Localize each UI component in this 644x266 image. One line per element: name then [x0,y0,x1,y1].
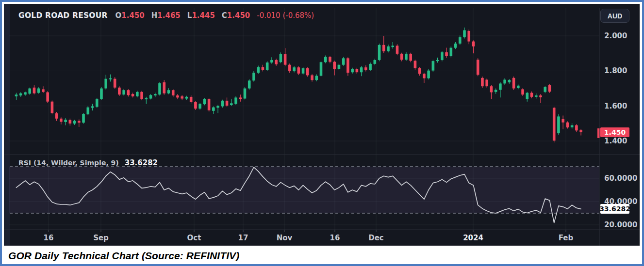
candle-down [172,90,175,95]
candle-down [575,125,578,130]
candle-down [306,68,309,75]
candle-up [360,67,363,72]
candle-down [400,54,403,60]
candle-up [535,95,538,97]
screenshot-frame: GOLD ROAD RESOUR O1.450 H1.465 L1.445 C1… [0,0,644,266]
candle-down [127,90,130,95]
candle-up [248,80,251,88]
candle-up [463,30,466,37]
candle-up [234,97,237,104]
candle-down [288,65,291,71]
rsi-indicator-value: 33.6282 [125,158,158,167]
candle-down [46,92,49,101]
caption-bar: GOR Daily Technical Chart (Source: REFIN… [4,246,644,266]
candle-up [351,69,354,72]
candle-up [212,108,215,111]
candle-up [495,90,497,92]
price-tick-label: 1.400 [604,137,627,145]
candle-up [324,57,327,62]
candle-up [499,83,502,90]
candle-down [78,121,81,123]
quote-header: GOLD ROAD RESOUR O1.450 H1.465 L1.445 C1… [18,10,321,21]
candle-down [163,82,165,94]
candle-up [252,73,255,80]
candle-up [37,89,40,93]
candle-down [364,67,367,70]
open-value: 1.450 [121,11,144,20]
candle-up [198,104,201,109]
candle-down [467,31,470,42]
candle-up [96,99,99,107]
candle-up [86,108,89,114]
last-price-badge: 1.450 [600,127,629,137]
high-value: 1.465 [157,11,180,20]
candle-up [405,54,408,60]
candle-down [262,67,264,70]
candle-down [553,108,556,141]
symbol-name: GOLD ROAD RESOUR [18,11,108,20]
candle-down [445,52,448,56]
currency-button[interactable]: AUD [600,9,629,23]
candle-down [561,119,564,123]
candle-down [409,54,412,61]
candle-down [566,123,569,127]
candle-up [571,125,574,127]
rsi-tick-label: 20.0000 [604,220,637,229]
caption-text: GOR Daily Technical Chart (Source: REFIN… [8,250,239,262]
rsi-indicator-header[interactable]: RSI (14, Wilder, Simple, 9) 33.6282 [18,158,158,168]
time-tick-label: Oct [187,234,201,242]
candle-down [333,62,336,69]
candle-up [503,79,506,83]
price-tick-label: 1.800 [604,66,627,75]
candle-up [149,95,152,98]
candle-down [132,94,134,96]
candle-up [436,60,439,61]
candle-down [284,54,287,65]
candle-down [347,58,349,73]
candle-up [544,87,546,92]
candle-up [154,94,157,95]
candle-up [338,65,341,69]
time-tick-label: Sep [93,234,109,242]
time-tick-label: Nov [277,234,293,242]
candle-down [579,130,582,132]
candle-up [432,61,435,71]
time-tick-label: 17 [238,234,248,242]
candle-up [315,76,318,80]
candle-up [454,44,457,48]
candle-up [441,52,444,60]
candle-up [526,93,528,99]
candle-down [481,78,484,86]
low-value: 1.445 [192,11,215,20]
candle-down [356,69,359,72]
candle-up [145,98,148,99]
candle-up [100,89,103,99]
candle-up [302,68,305,74]
candle-up [91,106,94,108]
candle-up [293,67,296,71]
candle-down [297,67,300,74]
candle-up [320,62,323,76]
candle-down [548,85,551,92]
candle-down [414,61,417,68]
candle-down [396,46,399,54]
candle-down [69,120,72,124]
candle-down [140,92,143,99]
candle-up [517,86,520,88]
candle-up [136,92,139,96]
candle-down [190,97,193,102]
candle-down [418,68,421,74]
candle-up [257,67,260,73]
candle-down [329,57,331,62]
candle-up [73,121,76,123]
time-tick-label: 16 [330,234,340,242]
candle-up [369,64,372,70]
candle-down [311,75,314,80]
candle-down [194,102,197,109]
candle-up [378,45,381,60]
ohlc-close: C1.450 [222,11,250,20]
candle-up [221,101,224,107]
candle-down [114,79,116,88]
candle-up [185,97,188,99]
candle-up [342,58,345,64]
